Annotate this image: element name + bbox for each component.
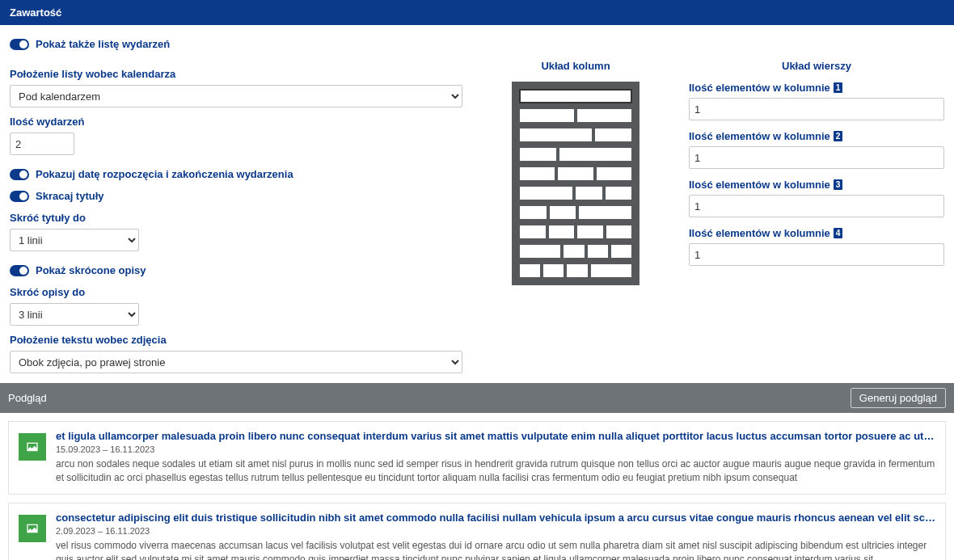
badge-1: 1 xyxy=(834,82,843,93)
select-list-position[interactable]: Pod kalendarzem xyxy=(10,85,462,107)
layout-option-4col-c[interactable] xyxy=(520,264,631,277)
row-count-label-4: Ilość elementów w kolumnie 4 xyxy=(689,227,944,239)
row-count-label-2: Ilość elementów w kolumnie 2 xyxy=(689,130,944,142)
preview-item: et ligula ullamcorper malesuada proin li… xyxy=(8,421,946,495)
label-truncate-desc-to: Skróć opisy do xyxy=(10,286,462,298)
preview-item: consectetur adipiscing elit duis tristiq… xyxy=(8,503,946,560)
svg-point-1 xyxy=(29,526,31,528)
toggle-show-events[interactable] xyxy=(10,39,29,50)
item-desc: arcu non sodales neque sodales ut etiam … xyxy=(56,457,935,486)
row-count-label-1: Ilość elementów w kolumnie 1 xyxy=(689,82,944,94)
image-icon xyxy=(19,433,46,461)
layout-option-2col-b[interactable] xyxy=(520,128,631,141)
item-dates: 15.09.2023 – 16.11.2023 xyxy=(56,444,935,454)
select-truncate-titles-to[interactable]: 1 linii xyxy=(10,229,139,251)
col-layout-header: Układ kolumn xyxy=(495,60,656,72)
row-count-label-3: Ilość elementów w kolumnie 3 xyxy=(689,179,944,191)
toggle-truncate-titles-row: Skracaj tytuły xyxy=(10,190,462,202)
badge-4: 4 xyxy=(834,228,843,238)
item-desc: vel risus commodo viverra maecenas accum… xyxy=(56,539,935,560)
row-count-input-4[interactable] xyxy=(689,243,944,266)
item-title[interactable]: et ligula ullamcorper malesuada proin li… xyxy=(56,430,935,442)
preview-title: Podgląd xyxy=(8,392,47,404)
image-icon xyxy=(19,515,46,542)
row-count-input-3[interactable] xyxy=(689,195,944,217)
label-truncate-titles-to: Skróć tytuły do xyxy=(10,212,462,224)
svg-point-0 xyxy=(29,444,31,446)
layout-option-4col-a[interactable] xyxy=(520,225,631,238)
label-text-position: Położenie tekstu wobec zdjęcia xyxy=(10,334,462,346)
toggle-truncate-titles-label: Skracaj tytuły xyxy=(36,190,104,202)
row-count-input-2[interactable] xyxy=(689,146,944,169)
layout-option-2col-c[interactable] xyxy=(520,148,631,161)
select-text-position[interactable]: Obok zdjęcia, po prawej stronie xyxy=(10,351,462,373)
toggle-show-dates[interactable] xyxy=(10,169,29,180)
toggle-truncate-titles[interactable] xyxy=(10,191,29,202)
left-column: Położenie listy wobec kalendarza Pod kal… xyxy=(10,60,462,373)
item-title[interactable]: consectetur adipiscing elit duis tristiq… xyxy=(56,512,935,524)
row-count-input-1[interactable] xyxy=(689,98,944,120)
column-layout-chooser xyxy=(512,82,640,285)
toggle-show-dates-label: Pokazuj datę rozpoczęcia i zakończenia w… xyxy=(36,168,293,180)
layout-option-4col-b[interactable] xyxy=(520,245,631,258)
layout-option-3col-c[interactable] xyxy=(520,206,631,219)
layout-option-1col[interactable] xyxy=(520,90,631,103)
badge-3: 3 xyxy=(834,179,843,190)
toggle-short-desc[interactable] xyxy=(10,265,29,276)
layout-option-3col-b[interactable] xyxy=(520,187,631,200)
toggle-show-events-label: Pokaż także listę wydarzeń xyxy=(36,38,170,50)
section-title: Zawartość xyxy=(10,6,61,19)
badge-2: 2 xyxy=(834,131,843,141)
label-list-position: Położenie listy wobec kalendarza xyxy=(10,68,462,80)
right-column: Układ wierszy Ilość elementów w kolumnie… xyxy=(689,60,944,373)
toggle-short-desc-row: Pokaż skrócone opisy xyxy=(10,264,462,276)
row-layout-header: Układ wierszy xyxy=(689,60,944,72)
select-truncate-desc-to[interactable]: 3 linii xyxy=(10,303,139,326)
generate-preview-button[interactable]: Generuj podgląd xyxy=(851,388,946,408)
section-header: Zawartość xyxy=(0,0,954,25)
item-dates: 2.09.2023 – 16.11.2023 xyxy=(56,526,935,536)
layout-option-2col-a[interactable] xyxy=(520,109,631,122)
input-event-count[interactable] xyxy=(10,133,74,155)
label-event-count: Ilość wydarzeń xyxy=(10,116,462,128)
toggle-short-desc-label: Pokaż skrócone opisy xyxy=(36,264,146,276)
preview-list: et ligula ullamcorper malesuada proin li… xyxy=(0,413,954,560)
layout-option-3col-a[interactable] xyxy=(520,167,631,180)
toggle-show-dates-row: Pokazuj datę rozpoczęcia i zakończenia w… xyxy=(10,168,462,180)
mid-column: Układ kolumn xyxy=(495,60,656,373)
toggle-show-events-row: Pokaż także listę wydarzeń xyxy=(10,38,944,50)
preview-bar: Podgląd Generuj podgląd xyxy=(0,383,954,413)
